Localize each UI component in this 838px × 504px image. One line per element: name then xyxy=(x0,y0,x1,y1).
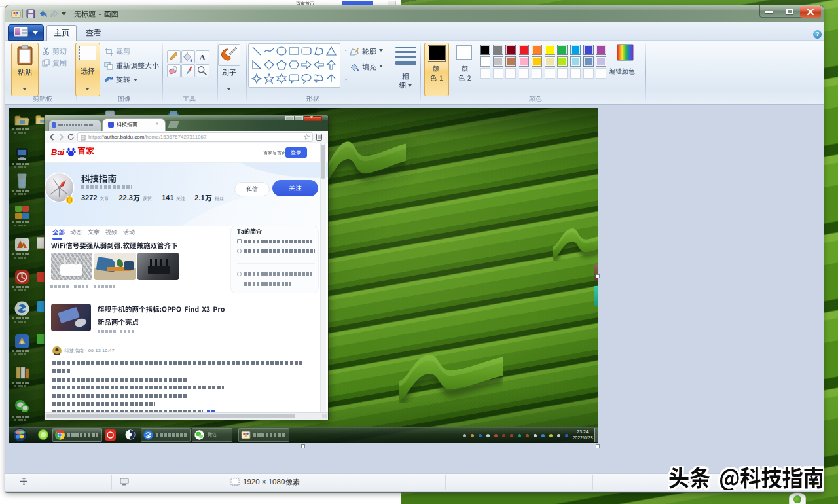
svg-text:A: A xyxy=(199,53,205,62)
